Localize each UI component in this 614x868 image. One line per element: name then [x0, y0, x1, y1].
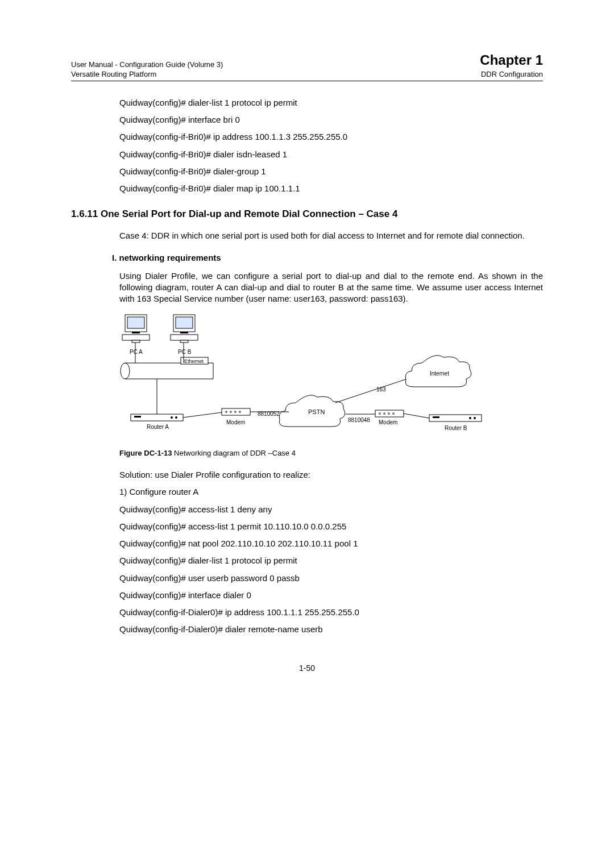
cli-line: Quidway(config-if-Bri0)# dialer-group 1	[119, 166, 543, 177]
svg-line-21	[183, 412, 222, 418]
svg-rect-18	[134, 416, 141, 418]
pc-a-label: PC A	[130, 349, 143, 355]
svg-rect-9	[180, 340, 188, 343]
svg-line-35	[404, 414, 429, 418]
cli-line: Quidway(config)# access-list 1 permit 10…	[119, 521, 543, 532]
cli-line: Quidway(config)# interface bri 0	[119, 114, 543, 126]
header-right: Chapter 1 DDR Configuration	[480, 51, 543, 80]
cli-line: Quidway(config-if-Bri0)# ip address 100.…	[119, 131, 543, 143]
cli-line: Quidway(config-if-Bri0)# dialer map ip 1…	[119, 183, 543, 194]
pstn-label: PSTN	[308, 408, 325, 415]
figure-text: Networking diagram of DDR –Case 4	[172, 449, 295, 457]
svg-point-25	[234, 411, 237, 413]
cli-line: Quidway(config)# access-list 1 deny any	[119, 504, 543, 515]
cli-line: Quidway(config-if-Bri0)# dialer isdn-lea…	[119, 149, 543, 160]
num-right-label: 8810048	[348, 417, 370, 423]
cli-line: Quidway(config)# dialer-list 1 protocol …	[119, 555, 543, 566]
pc-b-label: PC B	[178, 349, 192, 355]
svg-rect-1	[127, 317, 144, 328]
modem-left-icon	[222, 408, 250, 415]
modem-right-icon	[375, 410, 404, 417]
svg-rect-6	[176, 317, 193, 328]
subsection-heading: I. networking requirements	[112, 252, 543, 264]
router-a-label: Router A	[147, 424, 169, 430]
modem-left-label: Modem	[226, 419, 245, 425]
case-description: Case 4: DDR in which one serial port is …	[119, 230, 543, 241]
ethernet-terminator-icon	[121, 363, 130, 379]
svg-rect-4	[132, 340, 140, 343]
svg-point-38	[469, 417, 471, 419]
svg-rect-37	[433, 416, 439, 418]
svg-point-19	[171, 416, 173, 419]
modem-right-label: Modem	[379, 419, 397, 425]
svg-point-24	[230, 411, 232, 413]
page-number: 1-50	[71, 663, 543, 674]
requirements-text: Using Dialer Profile, we can configure a…	[119, 270, 543, 305]
pc-b-icon	[171, 315, 198, 343]
header-left-top: User Manual - Configuration Guide (Volum…	[71, 60, 223, 70]
router-a-icon	[131, 414, 183, 421]
figure-caption: Figure DC-1-13 Networking diagram of DDR…	[119, 448, 543, 458]
internet-label: Internet	[430, 370, 449, 377]
config-step: 1) Configure router A	[119, 486, 543, 498]
ethernet-label: Ethernet	[184, 358, 204, 364]
svg-rect-2	[132, 332, 140, 333]
svg-point-33	[388, 412, 390, 415]
header-left-bottom: Versatile Routing Platform	[71, 69, 223, 80]
cli-line: Quidway(config)# nat pool 202.110.10.10 …	[119, 538, 543, 549]
page-header: User Manual - Configuration Guide (Volum…	[71, 51, 543, 81]
svg-point-31	[379, 412, 381, 415]
pc-a-icon	[122, 315, 150, 343]
network-diagram: PC A PC B Ethernet Router A Modem 881005…	[119, 312, 489, 443]
solution-text: Solution: use Dialer Profile configurati…	[119, 469, 543, 481]
figure-prefix: Figure DC-1-13	[119, 449, 172, 457]
svg-rect-8	[171, 335, 198, 340]
chapter-subtitle: DDR Configuration	[480, 69, 543, 80]
router-b-icon	[429, 415, 482, 422]
svg-point-39	[474, 417, 476, 419]
svg-point-20	[175, 416, 177, 419]
cli-line: Quidway(config)# interface dialer 0	[119, 590, 543, 601]
chapter-title: Chapter 1	[480, 51, 543, 69]
svg-point-23	[225, 411, 227, 413]
cli-line: Quidway(config-if-Dialer0)# dialer remot…	[119, 624, 543, 635]
svg-point-32	[383, 412, 385, 415]
svg-point-34	[392, 412, 395, 415]
cli-line: Quidway(config-if-Dialer0)# ip address 1…	[119, 607, 543, 618]
header-left: User Manual - Configuration Guide (Volum…	[71, 60, 223, 80]
section-heading: 1.6.11 One Serial Port for Dial-up and R…	[71, 208, 543, 221]
svg-rect-3	[122, 335, 150, 340]
n163-label: 163	[376, 386, 386, 393]
cli-line: Quidway(config)# user userb password 0 p…	[119, 573, 543, 584]
svg-rect-7	[180, 332, 188, 333]
cli-line: Quidway(config)# dialer-list 1 protocol …	[119, 97, 543, 108]
router-b-label: Router B	[445, 425, 467, 431]
svg-point-26	[239, 411, 241, 413]
